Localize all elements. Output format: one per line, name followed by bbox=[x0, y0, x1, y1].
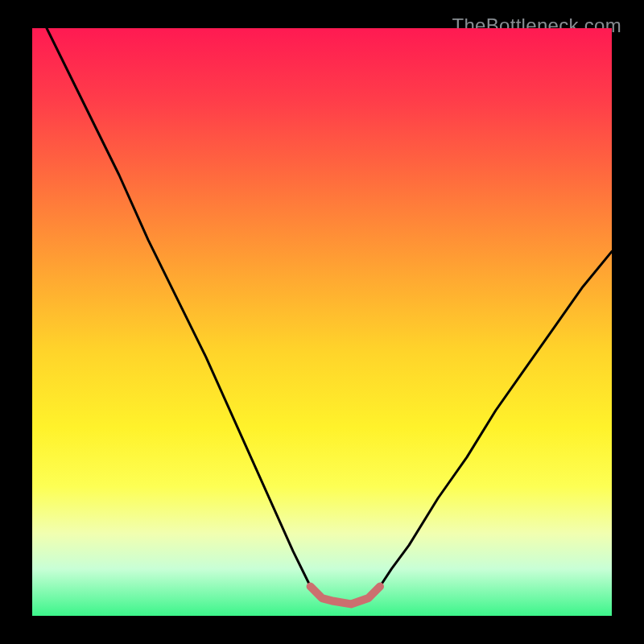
chart-frame: TheBottleneck.com bbox=[16, 16, 628, 628]
valley-highlight bbox=[311, 587, 380, 605]
curve-layer bbox=[32, 28, 612, 616]
plot-gradient-area bbox=[32, 28, 612, 616]
bottleneck-curve bbox=[32, 0, 612, 604]
